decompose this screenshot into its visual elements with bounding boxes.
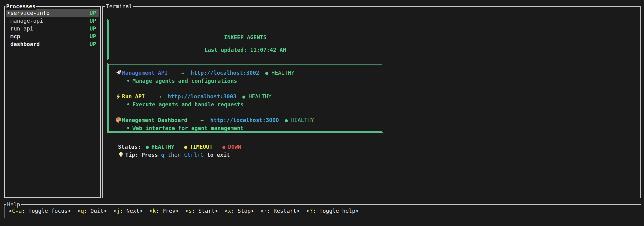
status-legend-label: Status: bbox=[118, 144, 141, 150]
help-key: r bbox=[264, 208, 267, 214]
help-keybind: <k: Prev> bbox=[150, 208, 179, 214]
service-description-line: •Manage agents and configurations bbox=[126, 77, 382, 85]
legend-entry: ●TIMEOUT bbox=[184, 144, 213, 150]
banner-box: INKEEP AGENTS Last updated: 11:07:42 AM bbox=[107, 19, 384, 60]
process-status-badge: UP bbox=[90, 33, 96, 41]
arrow-icon: → bbox=[200, 117, 204, 123]
help-keybind: <q: Quit> bbox=[78, 208, 107, 214]
terminal-panel-title: Terminal bbox=[105, 3, 133, 11]
help-key: q bbox=[81, 208, 84, 214]
bulb-icon bbox=[118, 151, 125, 159]
service-url: http://localhost:3002 bbox=[190, 70, 259, 76]
banner-title: INKEEP AGENTS bbox=[109, 34, 382, 41]
legend-dot-icon: ● bbox=[222, 144, 226, 150]
process-row[interactable]: run-api UP bbox=[6, 25, 100, 33]
arrow-icon: → bbox=[158, 93, 161, 100]
process-status-badge: UP bbox=[90, 17, 96, 25]
service-main-line: Management API→http://localhost:3002●HEA… bbox=[116, 69, 382, 77]
service-entry: Management Dashboard→http://localhost:30… bbox=[116, 116, 382, 132]
app-root: Processes • service-info UP manage-api U… bbox=[0, 0, 644, 226]
service-entry: Run API→http://localhost:3003●HEALTHY •E… bbox=[116, 93, 382, 109]
service-description-line: •Web interface for agent management bbox=[126, 124, 382, 132]
tip-key-q: q bbox=[161, 152, 164, 158]
health-dot-icon: ● bbox=[265, 70, 268, 76]
help-key: C-a bbox=[12, 208, 22, 214]
status-lines: Status:●HEALTHY●TIMEOUT●DOWN Tip: Pressq… bbox=[118, 143, 241, 159]
help-key: j bbox=[116, 208, 120, 214]
help-key: k bbox=[152, 208, 156, 214]
help-panel-title: Help bbox=[6, 201, 21, 208]
process-status-badge: UP bbox=[90, 25, 96, 33]
palette-icon bbox=[116, 116, 122, 124]
help-items: <C-a: Toggle focus><q: Quit><j: Next><k:… bbox=[4, 205, 641, 217]
terminal-panel[interactable]: Terminal INKEEP AGENTS Last updated: 11:… bbox=[102, 6, 641, 198]
help-key: s bbox=[188, 208, 192, 214]
service-name: Run API bbox=[122, 93, 145, 100]
legend-entry: ●HEALTHY bbox=[146, 144, 174, 150]
help-key: x bbox=[228, 208, 231, 214]
process-status-badge: UP bbox=[90, 41, 96, 48]
service-description: Manage agents and configurations bbox=[132, 78, 237, 84]
tip-ctrl-c: Ctrl+C bbox=[184, 152, 204, 158]
status-legend: Status:●HEALTHY●TIMEOUT●DOWN bbox=[118, 143, 241, 151]
service-url: http://localhost:3000 bbox=[210, 117, 279, 123]
arrow-icon: → bbox=[181, 70, 184, 76]
bullet-icon: • bbox=[126, 78, 130, 84]
tip-middle: then bbox=[168, 152, 180, 158]
service-health-status: HEALTHY bbox=[272, 70, 294, 76]
process-row[interactable]: manage-api UP bbox=[6, 17, 100, 25]
process-list: • service-info UP manage-api UP run-api … bbox=[5, 7, 100, 48]
help-keybind: <j: Next> bbox=[113, 208, 143, 214]
banner-last-updated: Last updated: 11:07:42 AM bbox=[109, 46, 382, 54]
help-key: ? bbox=[310, 208, 313, 214]
service-main-line: Run API→http://localhost:3003●HEALTHY bbox=[116, 93, 382, 101]
health-dot-icon: ● bbox=[285, 117, 288, 123]
health-dot-icon: ● bbox=[242, 94, 246, 100]
process-name: run-api bbox=[10, 25, 90, 33]
legend-dot-icon: ● bbox=[184, 144, 187, 150]
service-name: Management API bbox=[122, 70, 168, 76]
processes-panel-title: Processes bbox=[6, 3, 36, 11]
help-keybind: <r: Restart> bbox=[260, 208, 300, 214]
zap-icon bbox=[116, 93, 122, 100]
legend-dot-icon: ● bbox=[146, 144, 149, 150]
service-description: Execute agents and handle requests bbox=[132, 101, 244, 108]
bullet-icon: • bbox=[126, 101, 130, 108]
legend-label: DOWN bbox=[228, 144, 241, 150]
help-panel: Help <C-a: Toggle focus><q: Quit><j: Nex… bbox=[4, 204, 641, 218]
help-keybind: <s: Start> bbox=[185, 208, 218, 214]
help-keybind: <?: Toggle help> bbox=[306, 208, 358, 214]
service-health-status: HEALTHY bbox=[248, 93, 272, 100]
service-url: http://localhost:3003 bbox=[168, 93, 236, 100]
process-name: manage-api bbox=[10, 17, 90, 25]
services-box: Management API→http://localhost:3002●HEA… bbox=[107, 63, 384, 133]
tip-prefix: Tip: Press bbox=[125, 152, 158, 158]
service-name: Management Dashboard bbox=[122, 117, 188, 123]
legend-label: HEALTHY bbox=[151, 144, 174, 150]
service-health-status: HEALTHY bbox=[291, 117, 314, 123]
legend-entry: ●DOWN bbox=[222, 144, 241, 150]
help-keybind: <C-a: Toggle focus> bbox=[9, 208, 71, 214]
processes-panel: Processes • service-info UP manage-api U… bbox=[4, 6, 101, 198]
service-entry: Management API→http://localhost:3002●HEA… bbox=[116, 69, 382, 85]
process-status-badge: UP bbox=[90, 9, 96, 17]
service-main-line: Management Dashboard→http://localhost:30… bbox=[116, 116, 382, 124]
process-row[interactable]: mcp UP bbox=[6, 33, 100, 41]
legend-label: TIMEOUT bbox=[190, 144, 213, 150]
process-name: dashboard bbox=[10, 41, 90, 48]
help-keybind: <x: Stop> bbox=[224, 208, 254, 214]
tip-suffix: to exit bbox=[207, 152, 230, 158]
bullet-icon: • bbox=[126, 125, 130, 131]
service-description-line: •Execute agents and handle requests bbox=[126, 101, 382, 109]
service-description: Web interface for agent management bbox=[132, 125, 244, 131]
process-name: mcp bbox=[10, 33, 90, 41]
rocket-icon bbox=[116, 69, 122, 77]
tip-line: Tip: PressqthenCtrl+Cto exit bbox=[118, 151, 241, 159]
process-row[interactable]: dashboard UP bbox=[6, 41, 100, 48]
